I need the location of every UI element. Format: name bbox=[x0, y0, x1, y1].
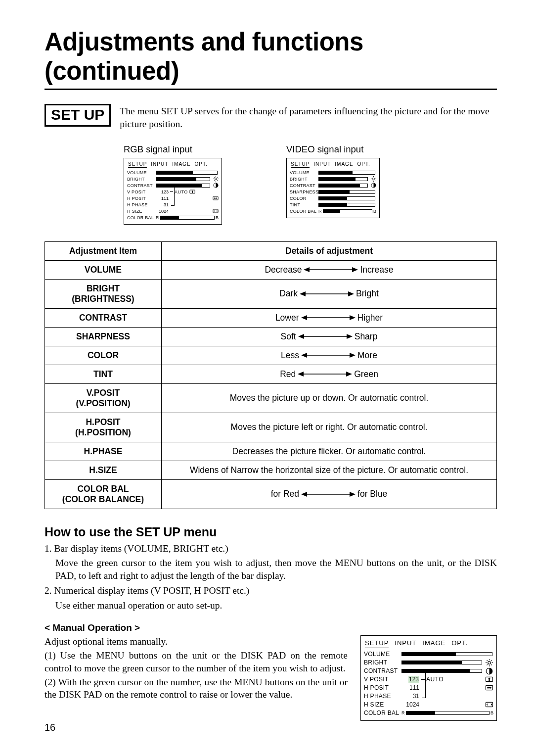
osd-item: H SIZE bbox=[364, 701, 401, 709]
table-row-detail: Decreases the picture flicker. Or automa… bbox=[162, 442, 497, 461]
osd-item: H PHASE bbox=[364, 693, 401, 701]
svg-point-13 bbox=[372, 178, 374, 180]
svg-marker-33 bbox=[298, 334, 304, 339]
svg-line-20 bbox=[371, 180, 372, 181]
hsize-icon bbox=[485, 701, 493, 708]
svg-marker-24 bbox=[304, 267, 310, 272]
svg-line-5 bbox=[214, 177, 214, 178]
page-number: 16 bbox=[44, 722, 55, 733]
table-row-detail: DecreaseIncrease bbox=[162, 260, 497, 279]
svg-marker-43 bbox=[350, 492, 356, 497]
osd-b: B bbox=[216, 215, 219, 220]
page-title: Adjustments and functions (continued) bbox=[44, 27, 497, 86]
double-arrow-icon bbox=[300, 291, 354, 297]
double-arrow-icon bbox=[298, 333, 353, 339]
title-rule bbox=[44, 89, 497, 90]
osd-item: VOLUME bbox=[290, 170, 318, 175]
osd-item: COLOR BAL bbox=[364, 709, 401, 717]
osd-item: BRIGHT bbox=[364, 659, 401, 667]
double-arrow-icon bbox=[298, 371, 352, 377]
hposit-icon bbox=[213, 196, 219, 201]
table-row-item: SHARPNESS bbox=[45, 327, 162, 346]
table-row-item: H.POSIT(H.POSITION) bbox=[45, 413, 162, 442]
osd-value: 111 bbox=[401, 684, 419, 692]
contrast-icon bbox=[485, 667, 493, 674]
osd-tab-image: IMAGE bbox=[335, 161, 353, 168]
table-row-detail: DarkBright bbox=[162, 279, 497, 308]
svg-line-8 bbox=[217, 177, 218, 178]
table-row-item: CONTRAST bbox=[45, 308, 162, 327]
osd-item: V POSIT bbox=[127, 189, 156, 194]
manual-lead: Adjust optional items manually. bbox=[44, 635, 348, 648]
double-arrow-icon bbox=[301, 352, 356, 358]
table-row-detail: for Redfor Blue bbox=[162, 479, 497, 509]
table-row-detail: LessMore bbox=[162, 346, 497, 365]
osd-tab-image: IMAGE bbox=[422, 639, 445, 648]
osd-video-panel: SETUP INPUT IMAGE OPT. VOLUME BRIGHT CON… bbox=[286, 158, 380, 218]
howto-item-2: 2. Numerical display items (V POSIT, H P… bbox=[44, 584, 497, 597]
manual-heading: < Manual Operation > bbox=[44, 622, 497, 633]
osd-item: H POSIT bbox=[364, 684, 401, 692]
osd-tab-setup: SETUP bbox=[291, 161, 310, 168]
svg-line-49 bbox=[487, 660, 488, 661]
table-row-detail: Moves the picture up or down. Or automat… bbox=[162, 383, 497, 413]
osd-item: V POSIT bbox=[364, 676, 401, 684]
table-row-detail: LowerHigher bbox=[162, 308, 497, 327]
osd-r: R bbox=[401, 710, 405, 716]
adjustment-table: Adjustment Item Details of adjustment VO… bbox=[44, 241, 497, 509]
osd-item: H PHASE bbox=[127, 202, 156, 207]
table-row-item: COLOR BAL(COLOR BALANCE) bbox=[45, 479, 162, 509]
svg-marker-34 bbox=[347, 334, 353, 339]
brightness-icon bbox=[213, 177, 219, 182]
svg-line-21 bbox=[375, 177, 375, 178]
osd-item: CONTRAST bbox=[290, 183, 318, 188]
table-row-item: COLOR bbox=[45, 346, 162, 365]
howto-heading: How to use the SET UP menu bbox=[44, 525, 497, 539]
svg-line-7 bbox=[214, 180, 214, 181]
osd-value: 31 bbox=[401, 693, 419, 701]
osd-item: VOLUME bbox=[127, 170, 156, 175]
osd-manual-panel: SETUP INPUT IMAGE OPT. VOLUME BRIGHT CON… bbox=[360, 635, 497, 721]
osd-item: COLOR BAL bbox=[127, 215, 156, 220]
howto-item-2-body: Use either manual operation or auto set-… bbox=[55, 599, 497, 612]
osd-item: H SIZE bbox=[127, 209, 156, 214]
svg-line-19 bbox=[375, 180, 375, 181]
svg-marker-39 bbox=[298, 372, 304, 377]
svg-point-0 bbox=[215, 178, 217, 180]
double-arrow-icon bbox=[304, 267, 358, 273]
svg-marker-42 bbox=[301, 492, 307, 497]
svg-line-18 bbox=[371, 177, 372, 178]
osd-item: VOLUME bbox=[364, 651, 401, 659]
osd-item: SHARPNESS bbox=[290, 189, 318, 194]
svg-line-51 bbox=[487, 664, 488, 665]
osd-r: R bbox=[318, 209, 322, 214]
osd-tab-setup: SETUP bbox=[128, 161, 147, 168]
osd-b: B bbox=[490, 710, 493, 716]
osd-item: CONTRAST bbox=[127, 183, 156, 188]
manual-step-2: (2) With the green cursor on the number,… bbox=[44, 676, 348, 701]
osd-tab-setup: SETUP bbox=[365, 639, 389, 648]
svg-line-6 bbox=[217, 180, 218, 181]
osd-value: 111 bbox=[156, 196, 169, 201]
osd-tab-image: IMAGE bbox=[172, 161, 190, 168]
osd-tab-opt: OPT. bbox=[451, 639, 468, 648]
osd-tab-input: INPUT bbox=[313, 161, 331, 168]
brightness-icon bbox=[485, 659, 493, 666]
osd-item: CONTRAST bbox=[364, 667, 401, 675]
howto-item-1: 1. Bar display items (VOLUME, BRIGHT etc… bbox=[44, 542, 497, 555]
osd-tab-input: INPUT bbox=[395, 639, 416, 648]
osd-item: H POSIT bbox=[127, 196, 156, 201]
svg-marker-27 bbox=[300, 291, 306, 296]
osd-tab-opt: OPT. bbox=[195, 161, 208, 168]
svg-line-50 bbox=[491, 664, 492, 665]
svg-point-44 bbox=[488, 662, 490, 664]
osd-video-label: VIDEO signal input bbox=[286, 144, 380, 155]
table-row-item: H.PHASE bbox=[45, 442, 162, 461]
double-arrow-icon bbox=[301, 491, 356, 497]
svg-marker-36 bbox=[301, 353, 307, 358]
intro-text: The menu SET UP serves for the change of… bbox=[120, 104, 497, 131]
svg-marker-28 bbox=[348, 291, 354, 296]
svg-marker-25 bbox=[352, 267, 358, 272]
osd-preview-row: RGB signal input SETUP INPUT IMAGE OPT. … bbox=[124, 144, 497, 225]
table-row-item: TINT bbox=[45, 365, 162, 383]
